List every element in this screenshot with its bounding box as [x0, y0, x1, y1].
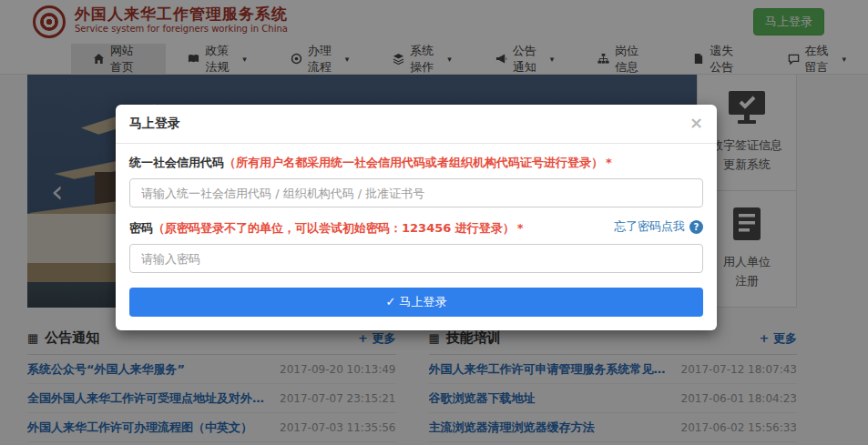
password-group: 密码（原密码登录不了的单位，可以尝试初始密码：123456 进行登录）* 忘了密… — [129, 220, 703, 273]
page: 外国人来华工作管理服务系统 Service system for foreign… — [0, 0, 868, 445]
question-circle-icon[interactable]: ? — [689, 220, 703, 234]
credit-code-label: 统一社会信用代码（所有用户名都采用统一社会信用代码或者组织机构代码证号进行登录）… — [129, 155, 703, 171]
credit-code-hint: （所有用户名都采用统一社会信用代码或者组织机构代码证号进行登录） — [224, 156, 603, 169]
close-icon[interactable]: × — [689, 113, 703, 132]
modal-title: 马上登录 — [129, 116, 180, 130]
required-asterisk: * — [606, 156, 612, 169]
login-modal: 马上登录 × 统一社会信用代码（所有用户名都采用统一社会信用代码或者组织机构代码… — [116, 105, 717, 330]
credit-code-group: 统一社会信用代码（所有用户名都采用统一社会信用代码或者组织机构代码证号进行登录）… — [129, 155, 703, 207]
password-hint: （原密码登录不了的单位，可以尝试初始密码：123456 进行登录） — [153, 221, 515, 235]
credit-code-input[interactable] — [129, 178, 703, 207]
required-asterisk: * — [517, 221, 524, 235]
password-input[interactable] — [129, 244, 703, 273]
login-submit-button[interactable]: ✓ 马上登录 — [129, 288, 703, 317]
check-icon: ✓ — [385, 295, 395, 308]
forgot-password-link[interactable]: 忘了密码点我 ? — [614, 218, 703, 235]
modal-body: 统一社会信用代码（所有用户名都采用统一社会信用代码或者组织机构代码证号进行登录）… — [116, 144, 717, 330]
modal-header: 马上登录 × — [116, 105, 717, 144]
